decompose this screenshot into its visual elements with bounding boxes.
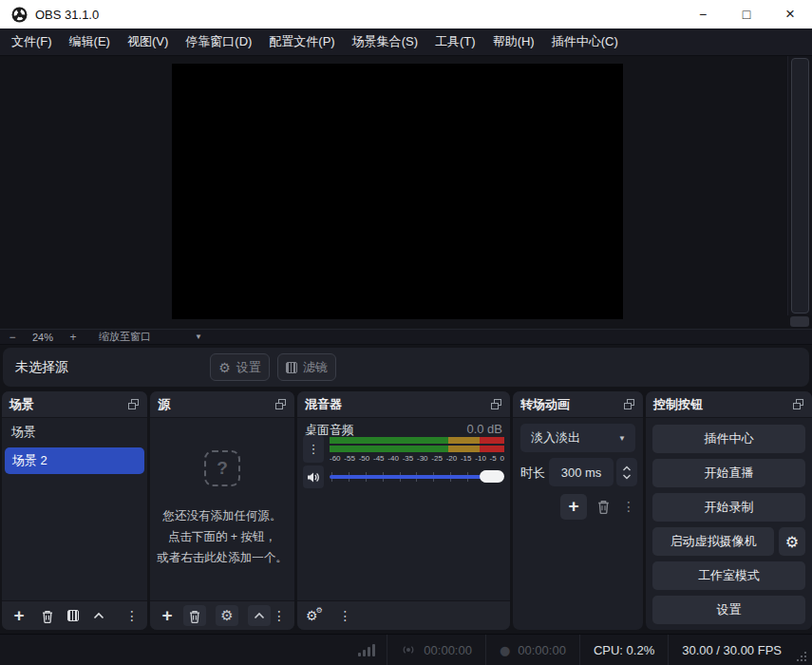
scenes-dock-header[interactable]: 场景	[2, 391, 147, 418]
preview-vertical-scrollbar[interactable]	[787, 56, 812, 315]
menu-scene-collection[interactable]: 场景集合(S)	[344, 28, 426, 55]
remove-scene-button[interactable]	[41, 609, 54, 623]
preview-area[interactable]	[0, 56, 812, 329]
remove-source-button[interactable]	[183, 605, 206, 626]
menu-tools[interactable]: 工具(T)	[426, 28, 484, 55]
filters-button-label: 滤镜	[303, 359, 328, 376]
volume-slider[interactable]	[330, 466, 504, 488]
mixer-menu-button[interactable]: ⋮	[339, 608, 352, 623]
record-icon: ●	[500, 643, 510, 657]
start-recording-button[interactable]: 开始录制	[652, 493, 805, 522]
record-timer: ● 00:00:00	[486, 635, 579, 665]
properties-button[interactable]: ⚙ 设置	[210, 353, 270, 381]
transitions-dock-title: 转场动画	[520, 396, 570, 413]
slider-handle[interactable]	[480, 470, 504, 483]
statusbar: 00:00:00 ● 00:00:00 CPU: 0.2% 30.00 / 30…	[0, 634, 812, 665]
menu-edit[interactable]: 编辑(E)	[61, 28, 119, 55]
program-canvas[interactable]	[172, 64, 623, 319]
speaker-icon	[307, 471, 320, 484]
transition-selected-value: 淡入淡出	[520, 429, 580, 446]
popout-icon[interactable]	[274, 398, 287, 410]
controls-dock-header[interactable]: 控制按钮	[646, 391, 812, 418]
popout-icon[interactable]	[792, 398, 804, 410]
mute-toggle-button[interactable]	[303, 466, 324, 488]
studio-mode-button[interactable]: 工作室模式	[652, 561, 805, 590]
vertical-scrollbar-thumb[interactable]	[791, 58, 809, 314]
plugin-center-button[interactable]: 插件中心	[652, 425, 805, 453]
transitions-menu-button[interactable]: ⋮	[620, 499, 635, 514]
virtual-camera-row: 启动虚拟摄像机 ⚙	[652, 527, 805, 556]
resize-grip[interactable]	[797, 652, 806, 661]
chevron-down-icon: ▼	[618, 434, 635, 443]
window-controls: − □ ×	[681, 0, 812, 28]
empty-hint-line: 点击下面的 + 按钮，	[168, 526, 276, 547]
properties-button-label: 设置	[236, 359, 261, 376]
zoom-fit-mode[interactable]: 缩放至窗口	[99, 330, 151, 344]
sources-dock-header[interactable]: 源	[150, 391, 294, 418]
transitions-dock-header[interactable]: 转场动画	[513, 391, 643, 418]
scene-filters-button[interactable]	[67, 610, 79, 621]
spinner-up-icon[interactable]	[622, 466, 632, 471]
network-signal-icon	[347, 643, 387, 656]
transition-select[interactable]: 淡入淡出 ▼	[520, 424, 635, 452]
scene-list-item-selected[interactable]: 场景 2	[5, 447, 144, 474]
add-transition-button[interactable]: +	[560, 494, 587, 520]
move-scene-up-button[interactable]	[92, 611, 105, 620]
scenes-dock-title: 场景	[9, 396, 34, 413]
sources-empty-state[interactable]: ? 您还没有添加任何源。 点击下面的 + 按钮， 或者右击此处添加一个。	[150, 418, 294, 600]
empty-hint-line: 您还没有添加任何源。	[163, 505, 282, 526]
menu-plugin-center[interactable]: 插件中心(C)	[543, 28, 627, 55]
horizontal-scrollbar-thumb[interactable]	[790, 316, 809, 327]
titlebar: OBS 31.1.0 − □ ×	[0, 0, 812, 28]
menu-file[interactable]: 文件(F)	[3, 28, 61, 55]
popout-icon[interactable]	[623, 398, 635, 410]
zoom-in-button[interactable]: +	[61, 331, 85, 344]
filter-icon	[67, 610, 79, 621]
menu-help[interactable]: 帮助(H)	[484, 28, 543, 55]
controls-dock-title: 控制按钮	[653, 396, 703, 413]
scenes-menu-button[interactable]: ⋮	[125, 608, 139, 623]
menu-view[interactable]: 视图(V)	[119, 28, 177, 55]
spinner-down-icon[interactable]	[622, 474, 632, 480]
start-streaming-button[interactable]: 开始直播	[652, 459, 805, 487]
scenes-toolbar: + ⋮	[2, 600, 147, 630]
broadcast-icon	[401, 643, 416, 656]
filters-button[interactable]: 滤镜	[277, 353, 336, 381]
source-context-toolbar: 未选择源 ⚙ 设置 滤镜	[3, 348, 809, 387]
maximize-button[interactable]: □	[725, 0, 768, 28]
mixer-dock-header[interactable]: 混音器	[297, 391, 510, 418]
start-virtual-camera-button[interactable]: 启动虚拟摄像机	[652, 527, 774, 556]
popout-icon[interactable]	[490, 398, 502, 410]
gear-icon: ⚙	[218, 361, 231, 374]
minimize-button[interactable]: −	[681, 0, 725, 28]
virtual-camera-config-button[interactable]: ⚙	[779, 527, 805, 556]
channel-menu-button[interactable]: ⋮	[303, 435, 324, 463]
gear-icon: ⚙	[785, 533, 799, 551]
duration-input[interactable]: 300 ms	[549, 458, 614, 486]
volume-meter: -60-55-50-45-40-35-30-25-20-15-10-50	[330, 437, 504, 463]
move-source-up-button[interactable]	[248, 605, 271, 626]
source-properties-button[interactable]: ⚙	[216, 605, 238, 626]
menu-profile[interactable]: 配置文件(P)	[260, 28, 343, 55]
controls-buttons: 插件中心 开始直播 开始录制 启动虚拟摄像机 ⚙ 工作室模式 设置	[652, 425, 805, 624]
slider-track[interactable]	[330, 475, 499, 479]
meter-bar	[330, 446, 504, 452]
zoom-fit-caret-icon[interactable]: ▼	[195, 332, 202, 341]
advanced-audio-button[interactable]: ⚙ ⚙	[306, 609, 318, 622]
popout-icon[interactable]	[127, 398, 140, 410]
sources-menu-button[interactable]: ⋮	[273, 608, 286, 623]
menu-docks[interactable]: 停靠窗口(D)	[177, 28, 260, 55]
transitions-button-row: + ⋮	[513, 492, 635, 521]
preview-zoom-bar: − 24% + 缩放至窗口 ▼	[0, 329, 812, 345]
close-button[interactable]: ×	[768, 0, 812, 28]
duration-spinner[interactable]	[616, 458, 637, 486]
add-scene-button[interactable]: +	[10, 605, 28, 626]
settings-button[interactable]: 设置	[652, 596, 805, 624]
add-source-button[interactable]: +	[159, 605, 176, 626]
mixer-dock-title: 混音器	[305, 396, 342, 413]
remove-transition-button[interactable]	[596, 499, 611, 514]
scenes-dock: 场景 场景 场景 2 + ⋮	[2, 391, 147, 630]
scene-list-item[interactable]: 场景	[2, 419, 147, 446]
zoom-out-button[interactable]: −	[0, 331, 25, 344]
no-source-selected-label: 未选择源	[15, 348, 68, 387]
